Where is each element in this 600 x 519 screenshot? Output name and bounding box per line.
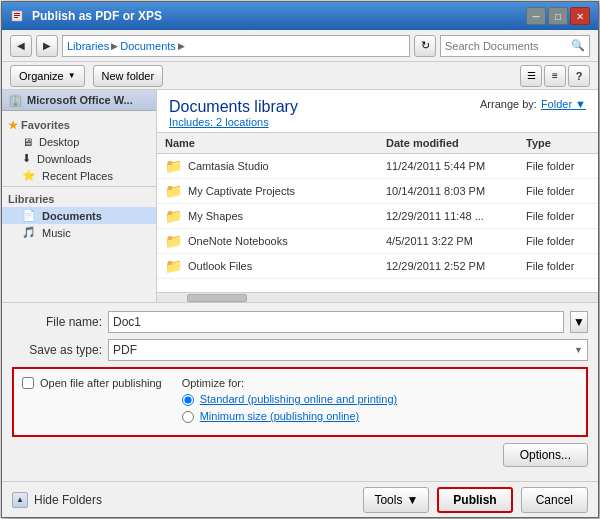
folder-icon: 📁 — [165, 208, 182, 224]
documents-icon: 📄 — [22, 209, 36, 222]
documents-label: Documents — [42, 210, 102, 222]
breadcrumb-item-libraries[interactable]: Libraries — [67, 40, 109, 52]
table-row[interactable]: 📁 My Captivate Projects 10/14/2011 8:03 … — [157, 179, 598, 204]
file-list: 📁 Camtasia Studio 11/24/2011 5:44 PM Fil… — [157, 154, 598, 292]
file-name-label: File name: — [12, 315, 102, 329]
breadcrumb-item-documents[interactable]: Documents — [120, 40, 176, 52]
table-row[interactable]: 📁 My Shapes 12/29/2011 11:48 ... File fo… — [157, 204, 598, 229]
file-name-cell: 📁 My Shapes — [157, 206, 378, 226]
file-name-row: File name: ▼ — [12, 311, 588, 333]
arrange-by-label: Arrange by: — [480, 98, 537, 110]
options-box: Open file after publishing Optimize for:… — [12, 367, 588, 437]
refresh-button[interactable]: ↻ — [414, 35, 436, 57]
file-name-dropdown[interactable]: ▼ — [570, 311, 588, 333]
sidebar-item-recent-places[interactable]: ⭐ Recent Places — [2, 167, 156, 184]
svg-rect-2 — [14, 15, 20, 16]
cancel-button[interactable]: Cancel — [521, 487, 588, 513]
file-type-cell: File folder — [518, 183, 598, 199]
file-date-cell: 4/5/2011 3:22 PM — [378, 233, 518, 249]
folder-icon: 📁 — [165, 158, 182, 174]
maximize-button[interactable]: □ — [548, 7, 568, 25]
help-button[interactable]: ? — [568, 65, 590, 87]
organize-button[interactable]: Organize ▼ — [10, 65, 85, 87]
radio-standard-label[interactable]: Standard (publishing online and printing… — [200, 393, 398, 405]
view-icons: ☰ ≡ ? — [520, 65, 590, 87]
arrange-by: Arrange by: Folder ▼ — [480, 98, 586, 110]
sidebar-item-music[interactable]: 🎵 Music — [2, 224, 156, 241]
desktop-icon: 🖥 — [22, 136, 33, 148]
forward-button[interactable]: ▶ — [36, 35, 58, 57]
view-button[interactable]: ☰ — [520, 65, 542, 87]
new-folder-label: New folder — [102, 70, 155, 82]
options-btn-row: Options... — [12, 443, 588, 467]
table-row[interactable]: 📁 Outlook Files 12/29/2011 2:52 PM File … — [157, 254, 598, 279]
file-date-cell: 11/24/2011 5:44 PM — [378, 158, 518, 174]
radio-standard[interactable] — [182, 394, 194, 406]
dialog-window: Publish as PDF or XPS ─ □ ✕ ◀ ▶ Librarie… — [1, 1, 599, 518]
save-type-select[interactable]: PDF ▼ — [108, 339, 588, 361]
horizontal-scrollbar[interactable] — [157, 292, 598, 302]
table-row[interactable]: 📁 OneNote Notebooks 4/5/2011 3:22 PM Fil… — [157, 229, 598, 254]
file-type-cell: File folder — [518, 158, 598, 174]
scroll-thumb[interactable] — [187, 294, 247, 302]
search-box[interactable]: 🔍 — [440, 35, 590, 57]
minimize-button[interactable]: ─ — [526, 7, 546, 25]
save-type-row: Save as type: PDF ▼ — [12, 339, 588, 361]
ms-office-label: Microsoft Office W... — [27, 94, 133, 106]
hide-folders-label: Hide Folders — [34, 493, 102, 507]
library-title: Documents library — [169, 98, 298, 116]
sidebar-item-desktop[interactable]: 🖥 Desktop — [2, 134, 156, 150]
sidebar-item-downloads[interactable]: ⬇ Downloads — [2, 150, 156, 167]
radio-minimum-row: Minimum size (publishing online) — [182, 410, 578, 423]
downloads-icon: ⬇ — [22, 152, 31, 165]
crumb-separator: ▶ — [111, 41, 118, 51]
new-folder-button[interactable]: New folder — [93, 65, 164, 87]
organize-arrow: ▼ — [68, 71, 76, 80]
svg-rect-1 — [14, 13, 20, 14]
save-type-arrow: ▼ — [574, 345, 583, 355]
optimize-label: Optimize for: — [182, 377, 578, 389]
locations-link[interactable]: 2 locations — [216, 116, 269, 128]
title-bar: Publish as PDF or XPS ─ □ ✕ — [2, 2, 598, 30]
downloads-label: Downloads — [37, 153, 91, 165]
tools-label: Tools — [374, 493, 402, 507]
col-type-header[interactable]: Type — [518, 135, 598, 151]
desktop-label: Desktop — [39, 136, 79, 148]
libraries-section: Libraries — [2, 189, 156, 207]
sidebar-divider — [2, 186, 156, 187]
col-name-header[interactable]: Name — [157, 135, 378, 151]
recent-places-icon: ⭐ — [22, 169, 36, 182]
back-button[interactable]: ◀ — [10, 35, 32, 57]
file-date-cell: 12/29/2011 11:48 ... — [378, 208, 518, 224]
libraries-label: Libraries — [8, 193, 54, 205]
file-area: Documents library Includes: 2 locations … — [157, 90, 598, 302]
favorites-section: ★ Favorites — [2, 115, 156, 134]
music-label: Music — [42, 227, 71, 239]
radio-standard-row: Standard (publishing online and printing… — [182, 393, 578, 406]
file-name-input[interactable] — [108, 311, 564, 333]
sidebar-item-documents[interactable]: 📄 Documents — [2, 207, 156, 224]
radio-minimum-label[interactable]: Minimum size (publishing online) — [200, 410, 360, 422]
close-button[interactable]: ✕ — [570, 7, 590, 25]
file-name-cell: 📁 My Captivate Projects — [157, 181, 378, 201]
open-after-checkbox[interactable] — [22, 377, 34, 389]
search-icon: 🔍 — [571, 39, 585, 52]
radio-minimum[interactable] — [182, 411, 194, 423]
publish-button[interactable]: Publish — [437, 487, 512, 513]
file-name-cell: 📁 Camtasia Studio — [157, 156, 378, 176]
table-row[interactable]: 📁 Camtasia Studio 11/24/2011 5:44 PM Fil… — [157, 154, 598, 179]
bottom-right-buttons: Tools ▼ Publish Cancel — [363, 487, 588, 513]
search-input[interactable] — [445, 40, 571, 52]
favorites-label: Favorites — [21, 119, 70, 131]
options-button[interactable]: Options... — [503, 443, 588, 467]
bottom-form-area: File name: ▼ Save as type: PDF ▼ Open fi… — [2, 302, 598, 481]
tools-button[interactable]: Tools ▼ — [363, 487, 429, 513]
col-date-header[interactable]: Date modified — [378, 135, 518, 151]
arrange-by-value[interactable]: Folder ▼ — [541, 98, 586, 110]
file-date-cell: 12/29/2011 2:52 PM — [378, 258, 518, 274]
save-type-label: Save as type: — [12, 343, 102, 357]
library-subtitle: Includes: 2 locations — [169, 116, 298, 128]
hide-folders-button[interactable]: ▲ Hide Folders — [12, 492, 102, 508]
ms-office-icon: 🏢 — [8, 93, 23, 107]
view-button-2[interactable]: ≡ — [544, 65, 566, 87]
